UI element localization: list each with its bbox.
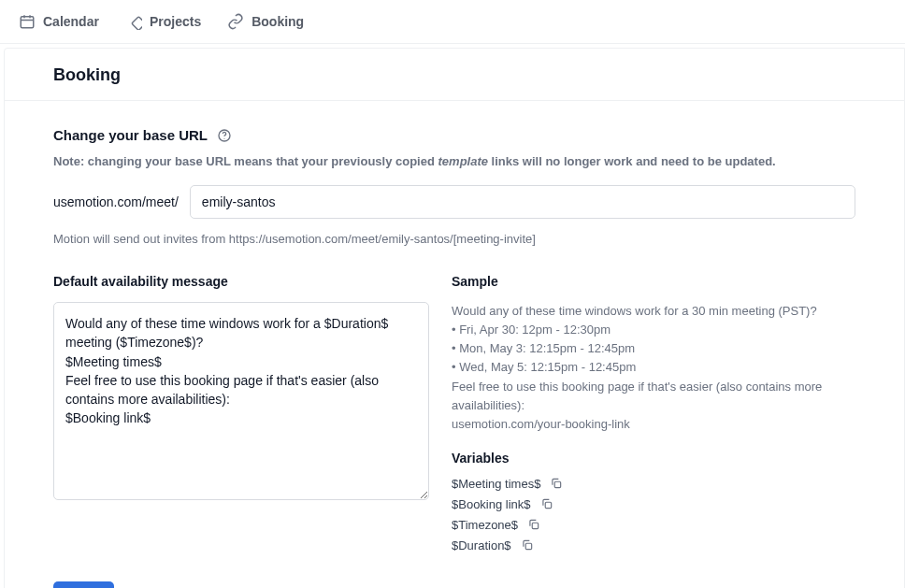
content-card: Booking Change your base URL Note: chang… bbox=[4, 48, 905, 588]
note-prefix: Note: changing your base URL means that … bbox=[53, 154, 438, 168]
nav-calendar[interactable]: Calendar bbox=[19, 13, 99, 30]
variable-row: $Meeting times$ bbox=[452, 477, 855, 491]
variable-row: $Timezone$ bbox=[452, 518, 855, 532]
note-suffix: links will no longer work and need to be… bbox=[488, 154, 776, 168]
svg-rect-0 bbox=[21, 17, 34, 28]
sample-text: Would any of these time windows work for… bbox=[452, 302, 855, 434]
top-nav: Calendar Projects Booking bbox=[0, 0, 905, 44]
note-italic: template bbox=[438, 154, 488, 168]
base-url-section: Change your base URL Note: changing your… bbox=[5, 101, 904, 246]
help-icon[interactable] bbox=[217, 128, 232, 143]
availability-message-input[interactable] bbox=[53, 302, 429, 500]
variables-heading: Variables bbox=[452, 451, 855, 466]
svg-rect-4 bbox=[132, 17, 142, 30]
svg-rect-9 bbox=[532, 523, 538, 529]
variable-label: $Timezone$ bbox=[452, 518, 518, 532]
variable-row: $Duration$ bbox=[452, 538, 855, 552]
nav-booking-label: Booking bbox=[251, 14, 304, 29]
copy-icon[interactable] bbox=[521, 538, 534, 552]
link-icon bbox=[227, 13, 244, 30]
save-button[interactable]: Save bbox=[53, 581, 114, 588]
variable-row: $Booking link$ bbox=[452, 497, 855, 511]
variable-label: $Duration$ bbox=[452, 538, 511, 552]
calendar-icon bbox=[19, 13, 36, 30]
projects-icon bbox=[125, 13, 142, 30]
nav-projects[interactable]: Projects bbox=[125, 13, 201, 30]
sample-heading: Sample bbox=[452, 274, 855, 289]
availability-heading: Default availability message bbox=[53, 274, 429, 289]
nav-calendar-label: Calendar bbox=[43, 14, 99, 29]
svg-point-6 bbox=[223, 137, 224, 138]
nav-projects-label: Projects bbox=[150, 14, 201, 29]
variable-label: $Booking link$ bbox=[452, 497, 531, 511]
invite-hint: Motion will send out invites from https:… bbox=[53, 232, 855, 246]
svg-rect-10 bbox=[525, 544, 531, 550]
svg-rect-7 bbox=[555, 482, 561, 488]
svg-rect-8 bbox=[545, 503, 551, 509]
base-url-heading: Change your base URL bbox=[53, 127, 208, 143]
nav-booking[interactable]: Booking bbox=[227, 13, 304, 30]
base-url-input[interactable] bbox=[190, 185, 855, 219]
base-url-note: Note: changing your base URL means that … bbox=[53, 154, 855, 168]
copy-icon[interactable] bbox=[527, 518, 540, 531]
copy-icon[interactable] bbox=[550, 477, 563, 490]
page-title: Booking bbox=[5, 49, 904, 101]
copy-icon[interactable] bbox=[540, 497, 553, 510]
url-prefix: usemotion.com/meet/ bbox=[53, 194, 179, 209]
variable-label: $Meeting times$ bbox=[452, 477, 540, 491]
